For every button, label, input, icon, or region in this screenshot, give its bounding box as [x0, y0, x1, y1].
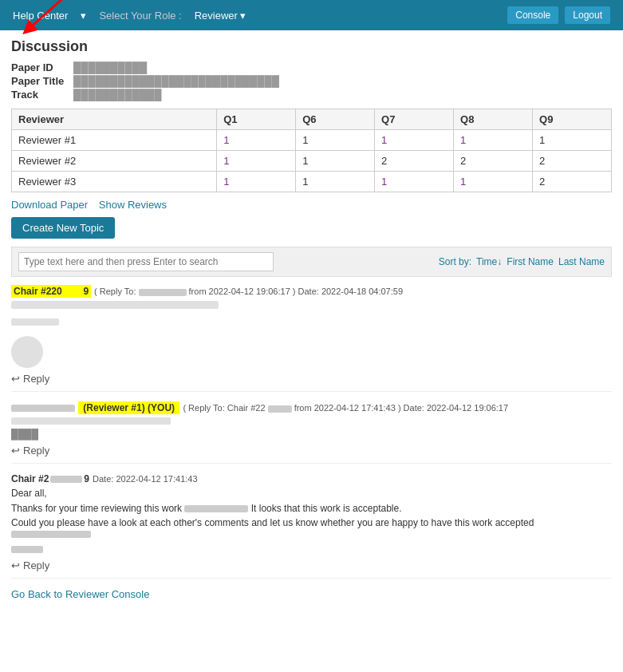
- cell-q9: 2: [533, 172, 612, 192]
- create-new-topic-button[interactable]: Create New Topic: [11, 217, 115, 239]
- reviewer-label: Reviewer: [195, 10, 238, 22]
- post-item: (Reviewer #1) (YOU) ( Reply To: Chair #2…: [11, 401, 612, 464]
- sort-label: Sort by:: [439, 256, 471, 267]
- reply-label: Reply: [23, 373, 49, 385]
- reply-icon: ↩: [11, 445, 20, 457]
- track-label: Track: [11, 89, 67, 101]
- cell-q7: 2: [375, 151, 454, 172]
- table-row: Reviewer #1 1 1 1 1 1: [12, 130, 612, 151]
- col-q6: Q6: [296, 109, 375, 130]
- reviewer-name: Reviewer #1: [12, 130, 217, 151]
- main-content: Discussion Paper ID ██████████ Paper Tit…: [0, 30, 623, 608]
- col-reviewer: Reviewer: [12, 109, 217, 130]
- track-value: ████████████: [73, 89, 162, 101]
- sort-controls: Sort by: Time↓ First Name Last Name: [439, 256, 605, 267]
- cell-q9: 2: [533, 151, 612, 172]
- cell-q9: 1: [533, 130, 612, 151]
- paper-id-label: Paper ID: [11, 61, 67, 73]
- author-name: Chair #220 9: [11, 285, 91, 298]
- post-avatar: [11, 336, 43, 368]
- post-meta: Date: 2022-04-12 17:41:43: [93, 474, 198, 484]
- top-navigation: Help Center ▾ Select Your Role : Reviewe…: [0, 0, 623, 30]
- show-reviews-link[interactable]: Show Reviews: [99, 199, 167, 211]
- reply-label: Reply: [23, 445, 49, 457]
- reply-icon: ↩: [11, 559, 20, 571]
- help-center-link[interactable]: Help Center: [13, 10, 68, 22]
- author-name: Chair #29: [11, 473, 89, 484]
- post-meta: ( Reply To: Chair #22 from 2022-04-12 17…: [183, 403, 508, 413]
- logout-button[interactable]: Logout: [565, 6, 610, 24]
- post-text-line: [11, 544, 612, 555]
- post-header: Chair #29 Date: 2022-04-12 17:41:43: [11, 473, 612, 484]
- cell-q7: 1: [375, 130, 454, 151]
- sort-time[interactable]: Time↓: [476, 256, 502, 267]
- sort-arrow-icon: ↓: [497, 256, 502, 267]
- posts-container: Chair #220 9 ( Reply To: from 2022-04-12…: [11, 285, 612, 579]
- table-header-row: Reviewer Q1 Q6 Q7 Q8 Q9: [12, 109, 612, 130]
- cell-q8: 1: [454, 130, 533, 151]
- select-role-label: Select Your Role :: [99, 10, 181, 22]
- post-body: ████: [11, 417, 612, 440]
- cell-q6: 1: [296, 172, 375, 192]
- post-text-line: Dear all,: [11, 488, 612, 499]
- reply-label: Reply: [23, 559, 49, 571]
- col-q9: Q9: [533, 109, 612, 130]
- cell-q6: 1: [296, 151, 375, 172]
- cell-q1: 1: [217, 130, 296, 151]
- download-paper-link[interactable]: Download Paper: [11, 199, 88, 211]
- paper-info: Paper ID ██████████ Paper Title ████████…: [11, 61, 612, 101]
- col-q7: Q7: [375, 109, 454, 130]
- console-button[interactable]: Console: [507, 6, 558, 24]
- cell-q6: 1: [296, 130, 375, 151]
- cell-q1: 1: [217, 151, 296, 172]
- post-text-line: Thanks for your time reviewing this work…: [11, 503, 612, 514]
- post-meta: ( Reply To: from 2022-04-12 19:06:17 ) D…: [94, 287, 403, 296]
- reviewer-name: Reviewer #2: [12, 151, 217, 172]
- table-row: Reviewer #2 1 1 2 2 2: [12, 151, 612, 172]
- post-header: Chair #220 9 ( Reply To: from 2022-04-12…: [11, 285, 612, 298]
- cell-q7: 1: [375, 172, 454, 192]
- post-text-line: Could you please have a look at each oth…: [11, 517, 612, 540]
- reply-button[interactable]: ↩ Reply: [11, 373, 49, 385]
- post-body: Dear all, Thanks for your time reviewing…: [11, 488, 612, 555]
- sort-last-name[interactable]: Last Name: [558, 256, 605, 267]
- paper-title-value: ████████████████████████████: [73, 75, 279, 87]
- action-links: Download Paper Show Reviews: [11, 199, 612, 211]
- page-title: Discussion: [11, 38, 612, 55]
- cell-q8: 1: [454, 172, 533, 192]
- reviewer-dropdown[interactable]: Reviewer ▾: [195, 10, 246, 22]
- post-header: (Reviewer #1) (YOU) ( Reply To: Chair #2…: [11, 401, 612, 414]
- search-input[interactable]: [18, 252, 274, 271]
- table-row: Reviewer #3 1 1 1 1 2: [12, 172, 612, 192]
- paper-title-label: Paper Title: [11, 75, 67, 87]
- reply-icon: ↩: [11, 373, 20, 385]
- go-back-section: Go Back to Reviewer Console: [11, 588, 612, 600]
- reviewer-name: Reviewer #3: [12, 172, 217, 192]
- post-item: Chair #29 Date: 2022-04-12 17:41:43 Dear…: [11, 473, 612, 579]
- post-body: [11, 301, 612, 331]
- search-bar: Sort by: Time↓ First Name Last Name: [11, 247, 612, 277]
- cell-q8: 2: [454, 151, 533, 172]
- reply-button[interactable]: ↩ Reply: [11, 559, 49, 571]
- author-name: (Reviewer #1) (YOU): [78, 401, 179, 414]
- col-q8: Q8: [454, 109, 533, 130]
- paper-id-value: ██████████: [73, 61, 147, 73]
- go-back-link[interactable]: Go Back to Reviewer Console: [11, 588, 149, 600]
- post-item: Chair #220 9 ( Reply To: from 2022-04-12…: [11, 285, 612, 392]
- col-q1: Q1: [217, 109, 296, 130]
- cell-q1: 1: [217, 172, 296, 192]
- nav-buttons: Console Logout: [507, 6, 610, 24]
- review-table: Reviewer Q1 Q6 Q7 Q8 Q9 Reviewer #1 1 1 …: [11, 109, 612, 192]
- sort-first-name[interactable]: First Name: [507, 256, 554, 267]
- reply-button[interactable]: ↩ Reply: [11, 445, 49, 457]
